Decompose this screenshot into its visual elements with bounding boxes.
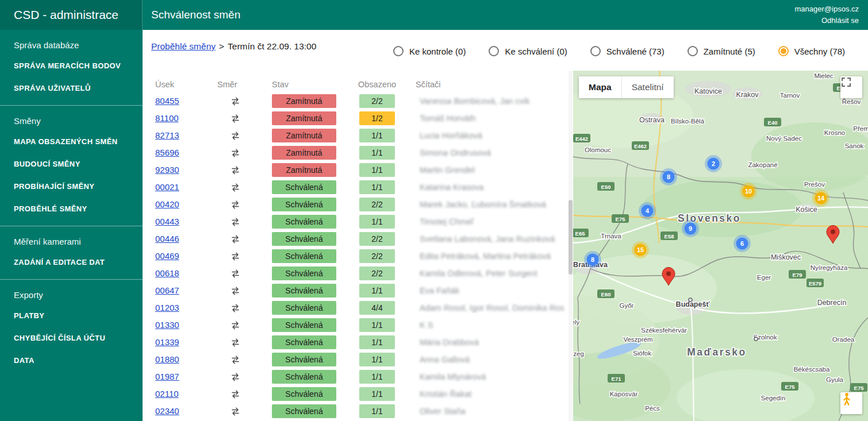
city-label: Veszprém — [623, 336, 652, 343]
counters-names: K S — [416, 320, 433, 330]
filter-option-2[interactable]: Schválené (73) — [590, 46, 665, 56]
city-label: Krosno — [824, 129, 845, 136]
map-view-button[interactable]: Mapa — [579, 76, 621, 98]
svg-text:14: 14 — [817, 195, 825, 202]
breadcrumb-current: Termín čt 22.09. 13:00 — [228, 41, 316, 51]
filter-option-4[interactable]: Všechny (78) — [778, 46, 845, 56]
counters-names: Edita Petráková, Martina Petráková — [416, 252, 551, 261]
usek-link[interactable]: 80455 — [151, 96, 179, 106]
usek-link[interactable]: 02340 — [151, 406, 179, 416]
table-row: 00469Schválená2/2Edita Petráková, Martin… — [151, 248, 566, 265]
usek-link[interactable]: 00618 — [151, 268, 179, 278]
sidebar-item-1-3[interactable]: PROBĚHLÉ SMĚNY — [0, 198, 143, 220]
cluster-marker-blue[interactable]: 9 — [682, 220, 699, 237]
breadcrumb-link[interactable]: Proběhlé směny — [151, 41, 216, 51]
table-row: 81100Zamítnutá1/2Tomáš Horváth — [151, 110, 566, 127]
usek-link[interactable]: 00021 — [151, 182, 179, 192]
cluster-marker-blue[interactable]: 4 — [639, 202, 656, 219]
filter-option-3[interactable]: Zamítnuté (5) — [688, 46, 755, 56]
cluster-marker-yellow[interactable]: 15 — [632, 241, 649, 258]
usek-link[interactable]: 01880 — [151, 354, 179, 364]
filter-label: Všechny (78) — [794, 47, 845, 56]
city-label: Prešov — [804, 181, 825, 188]
sidebar-item-2-0[interactable]: ZADÁNÍ A EDITACE DAT — [0, 251, 143, 273]
status-badge: Zamítnutá — [272, 163, 336, 177]
scrollbar-thumb[interactable] — [569, 200, 573, 275]
usek-link[interactable]: 00469 — [151, 251, 179, 261]
swap-direction-icon — [230, 320, 241, 331]
svg-text:6: 6 — [740, 240, 744, 247]
route-shield: E442 — [573, 134, 590, 142]
radio-icon[interactable] — [393, 46, 404, 56]
swap-direction-icon — [230, 217, 241, 227]
table-row: 02110Schválená1/1Kristián Řakat — [151, 385, 566, 403]
pegman-button[interactable] — [840, 392, 862, 414]
cluster-marker-blue[interactable]: 8 — [660, 168, 677, 186]
sidebar-item-3-0[interactable]: PLATBY — [0, 304, 143, 327]
svg-text:E79: E79 — [793, 272, 802, 278]
usek-link[interactable]: 02110 — [151, 389, 179, 399]
usek-link[interactable]: 00647 — [151, 285, 179, 295]
usek-link[interactable]: 81100 — [151, 113, 179, 123]
status-badge: Zamítnutá — [272, 94, 336, 108]
filter-option-0[interactable]: Ke kontrole (0) — [393, 46, 466, 56]
sidebar-item-0-0[interactable]: SPRÁVA MERACÍCH BODOV — [0, 55, 143, 77]
city-label: Budapešť — [676, 300, 710, 308]
cluster-marker-yellow[interactable]: 14 — [812, 190, 829, 207]
status-badge: Zamítnutá — [272, 129, 336, 142]
sidebar-item-1-1[interactable]: BUDOUCÍ SMĚNY — [0, 153, 143, 175]
occupancy-badge: 2/2 — [359, 198, 395, 211]
usek-link[interactable]: 92930 — [151, 165, 179, 175]
shifts-table: ÚsekSměrStavObsazenoSčítači 80455Zamítnu… — [151, 76, 566, 420]
swap-direction-icon — [230, 285, 241, 296]
sidebar-section-title: Směny — [0, 109, 143, 130]
map-canvas[interactable]: E77E40E442E462E50E75E65E58E79E579E60E71E… — [573, 71, 868, 421]
usek-link[interactable]: 00420 — [151, 199, 179, 209]
counters-names: Lucia Horňáková — [416, 131, 482, 140]
counters-names: Kamila Odlerová, Peter Surgent — [416, 269, 537, 278]
sidebar-item-1-2[interactable]: PROBÍHAJÍCÍ SMĚNY — [0, 175, 143, 198]
table-row: 80455Zamítnutá2/2Vanessa Bombicová, Jan … — [151, 92, 566, 110]
city-label: Segedín — [761, 395, 786, 401]
city-label: Oradea — [832, 336, 855, 343]
sidebar-item-1-0[interactable]: MAPA OBSAZENÝCH SMĚN — [0, 130, 143, 153]
radio-icon[interactable] — [778, 46, 789, 56]
svg-text:4: 4 — [646, 207, 650, 214]
usek-link[interactable]: 00446 — [151, 234, 179, 244]
cluster-marker-blue[interactable]: 8 — [584, 251, 601, 268]
usek-link[interactable]: 00443 — [151, 217, 179, 226]
satellite-view-button[interactable]: Satelitní — [621, 76, 674, 98]
fullscreen-button[interactable] — [840, 76, 862, 98]
logout-link[interactable]: Odhlásit se — [795, 15, 859, 26]
sidebar-item-3-1[interactable]: CHYBĚJÍCÍ ČÍSLA ÚČTU — [0, 327, 143, 349]
counters-names: Anna Gallová — [416, 355, 470, 364]
table-row: 01987Schválená1/1Kamila Mlynárová — [151, 368, 566, 385]
route-shield: E60 — [597, 289, 614, 298]
user-email: manager@ipsos.cz — [795, 3, 859, 15]
svg-text:10: 10 — [745, 188, 752, 195]
usek-link[interactable]: 01330 — [151, 320, 179, 330]
usek-link[interactable]: 01339 — [151, 337, 179, 347]
usek-link[interactable]: 01987 — [151, 372, 179, 381]
svg-text:E50: E50 — [601, 184, 611, 190]
usek-link[interactable]: 82713 — [151, 130, 179, 140]
filter-option-1[interactable]: Ke schválení (0) — [489, 46, 567, 56]
radio-icon[interactable] — [489, 46, 499, 56]
city-label: Bílsko-Bělá — [671, 118, 705, 125]
cluster-marker-yellow[interactable]: 10 — [740, 183, 757, 200]
sidebar-item-3-2[interactable]: DATA — [0, 349, 143, 372]
svg-text:8: 8 — [591, 256, 594, 263]
radio-icon[interactable] — [688, 46, 698, 56]
swap-direction-icon — [230, 251, 241, 262]
svg-text:15: 15 — [637, 246, 644, 253]
usek-link[interactable]: 01203 — [151, 303, 179, 312]
cluster-marker-blue[interactable]: 6 — [733, 235, 751, 252]
sidebar-item-0-1[interactable]: SPRÁVA UŽIVATELŮ — [0, 77, 143, 99]
occupancy-badge: 1/1 — [359, 180, 395, 194]
usek-link[interactable]: 85696 — [151, 148, 179, 157]
occupancy-badge: 1/1 — [359, 163, 395, 177]
radio-icon[interactable] — [590, 46, 601, 56]
svg-text:E579: E579 — [809, 280, 821, 287]
cluster-marker-blue[interactable]: 2 — [705, 155, 722, 172]
table-row: 02340Schválená1/1Oliver Staňa — [151, 403, 566, 420]
